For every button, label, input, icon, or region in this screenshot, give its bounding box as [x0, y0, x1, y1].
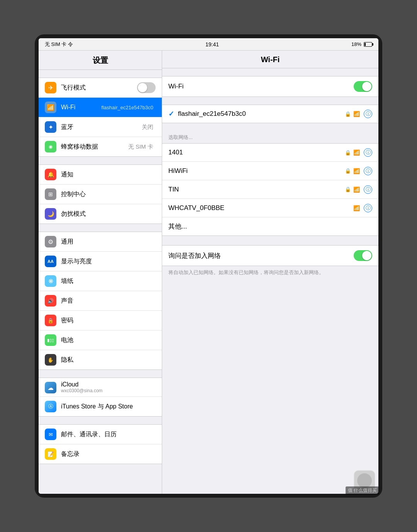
- sidebar-item-airplane[interactable]: ✈ 飞行模式: [39, 78, 162, 98]
- home-button-inner: [357, 473, 372, 488]
- wifi-signal-icon: 📶: [353, 111, 360, 117]
- network-name-other: 其他...: [168, 222, 372, 231]
- sidebar-item-passcode[interactable]: 🔒 密码: [39, 311, 162, 330]
- wifi-toggle-switch[interactable]: [354, 81, 372, 92]
- wifi-icon: 📶: [45, 102, 56, 113]
- sidebar-item-mail[interactable]: ✉ 邮件、通讯录、日历: [39, 424, 162, 444]
- control-center-icon: ⊞: [45, 188, 56, 200]
- ipad-screen: 无 SIM 卡 令 19:41 18% 设置 ✈ 飞行模式: [39, 38, 378, 494]
- sidebar-item-privacy[interactable]: ✋ 隐私: [39, 350, 162, 370]
- info-btn-1401[interactable]: ⓘ: [364, 148, 372, 157]
- ask-to-join-label: 询问是否加入网络: [168, 251, 354, 260]
- network-icons-hiwifi: 🔒 📶 ⓘ: [345, 167, 372, 175]
- other-networks-label: 选取网络...: [162, 131, 378, 143]
- bluetooth-label: 蓝牙: [61, 123, 142, 131]
- connected-network-row[interactable]: ✓ flashair_ec21e547b3c0 🔒 📶 ⓘ: [162, 105, 378, 123]
- network-name-1401: 1401: [168, 149, 345, 156]
- general-icon: ⚙: [45, 236, 56, 247]
- sidebar-item-sound[interactable]: 🔊 声音: [39, 291, 162, 311]
- main-content: Wi-Fi Wi-Fi ✓ flashair_ec21e547b3c0 🔒: [162, 51, 378, 494]
- airplane-label: 飞行模式: [61, 84, 137, 92]
- sound-label: 声音: [61, 297, 156, 305]
- notes-label: 备忘录: [61, 450, 156, 458]
- network-icons-tin: 🔒 📶 ⓘ: [345, 185, 372, 194]
- network-row-other[interactable]: 其他...: [162, 217, 378, 236]
- sidebar-item-notes[interactable]: 📝 备忘录: [39, 444, 162, 464]
- ask-to-join-row: 询问是否加入网络: [162, 245, 378, 266]
- sidebar-item-do-not-disturb[interactable]: 🌙 勿扰模式: [39, 204, 162, 224]
- appstore-icon: Ⓐ: [45, 401, 56, 412]
- info-btn-hiwifi[interactable]: ⓘ: [364, 167, 372, 175]
- sidebar-item-battery[interactable]: ▮▯▯ 电池: [39, 330, 162, 350]
- sidebar-item-wifi[interactable]: 📶 Wi-Fi flashair_ec21e547b3c0: [39, 98, 162, 117]
- ask-to-join-section: 询问是否加入网络 将自动加入已知网络。如果没有已知网络，将询问您是否加入新网络。: [162, 245, 378, 279]
- passcode-label: 密码: [61, 317, 156, 325]
- other-networks-section: 选取网络... 1401 🔒 📶 ⓘ HiWiFi 🔒 �: [162, 131, 378, 236]
- privacy-icon: ✋: [45, 354, 56, 366]
- network-row-whcatv[interactable]: WHCATV_0F0BBE 📶 ⓘ: [162, 199, 378, 217]
- sidebar-item-icloud[interactable]: ☁ iCloud wxc0300@sina.com: [39, 378, 162, 397]
- network-icons-whcatv: 📶 ⓘ: [353, 204, 372, 212]
- network-row-hiwifi[interactable]: HiWiFi 🔒 📶 ⓘ: [162, 162, 378, 180]
- cellular-label: 蜂窝移动数据: [61, 143, 128, 151]
- notes-icon: 📝: [45, 448, 56, 460]
- status-left: 无 SIM 卡 令: [45, 41, 73, 48]
- status-time: 19:41: [205, 41, 219, 47]
- settings-group-3: ⚙ 通用 AA 显示与亮度 ❋ 墙纸 🔊 声音: [39, 232, 162, 370]
- sidebar-item-cellular[interactable]: ◉ 蜂窝移动数据 无 SIM 卡: [39, 137, 162, 157]
- sidebar-title: 设置: [39, 51, 162, 70]
- airplane-icon: ✈: [45, 82, 56, 93]
- sidebar-item-control-center[interactable]: ⊞ 控制中心: [39, 185, 162, 204]
- wifi-toggle-label: Wi-Fi: [168, 83, 354, 90]
- passcode-icon: 🔒: [45, 315, 56, 326]
- info-btn-tin[interactable]: ⓘ: [364, 185, 372, 194]
- network-icons-1401: 🔒 📶 ⓘ: [345, 148, 372, 157]
- watermark: 值 什么值得买: [346, 486, 379, 495]
- battery-settings-icon: ▮▯▯: [45, 334, 56, 346]
- status-right: 18%: [351, 41, 372, 47]
- wifi-toggle-section: Wi-Fi: [162, 76, 378, 97]
- network-row-1401[interactable]: 1401 🔒 📶 ⓘ: [162, 143, 378, 162]
- control-center-label: 控制中心: [61, 190, 156, 198]
- main-title: Wi-Fi: [162, 51, 378, 68]
- connected-network-name: flashair_ec21e547b3c0: [178, 110, 345, 118]
- sidebar-item-itunes[interactable]: Ⓐ iTunes Store 与 App Store: [39, 397, 162, 417]
- cellular-value: 无 SIM 卡: [128, 143, 153, 151]
- sidebar-item-notifications[interactable]: 🔔 通知: [39, 164, 162, 185]
- icloud-icon: ☁: [45, 382, 56, 393]
- network-row-tin[interactable]: TIN 🔒 📶 ⓘ: [162, 180, 378, 199]
- lock-icon: 🔒: [345, 111, 351, 117]
- ask-to-join-toggle[interactable]: [354, 250, 372, 261]
- signal-icon-1401: 📶: [353, 149, 360, 156]
- battery-settings-label: 电池: [61, 336, 156, 344]
- settings-group-5: ✉ 邮件、通讯录、日历 📝 备忘录: [39, 424, 162, 464]
- lock-icon-hiwifi: 🔒: [345, 168, 351, 174]
- sidebar: 设置 ✈ 飞行模式 📶 Wi-Fi flashair_ec21e547b3c0: [39, 51, 162, 494]
- battery-fill: [364, 43, 366, 46]
- signal-icon-hiwifi: 📶: [353, 168, 360, 174]
- ask-to-join-description: 将自动加入已知网络。如果没有已知网络，将询问您是否加入新网络。: [162, 266, 378, 279]
- wallpaper-label: 墙纸: [61, 277, 156, 285]
- info-btn-whcatv[interactable]: ⓘ: [364, 204, 372, 212]
- content-area: 设置 ✈ 飞行模式 📶 Wi-Fi flashair_ec21e547b3c0: [39, 51, 378, 494]
- sound-icon: 🔊: [45, 295, 56, 307]
- notifications-label: 通知: [61, 171, 156, 179]
- checkmark-icon: ✓: [168, 110, 174, 118]
- sidebar-item-display[interactable]: AA 显示与亮度: [39, 252, 162, 271]
- connected-section: ✓ flashair_ec21e547b3c0 🔒 📶 ⓘ: [162, 105, 378, 123]
- sidebar-item-general[interactable]: ⚙ 通用: [39, 232, 162, 252]
- wifi-toggle-row: Wi-Fi: [162, 76, 378, 97]
- sidebar-item-wallpaper[interactable]: ❋ 墙纸: [39, 271, 162, 291]
- connected-network-icons: 🔒 📶 ⓘ: [345, 110, 372, 118]
- icloud-text-group: iCloud wxc0300@sina.com: [61, 381, 156, 393]
- info-button[interactable]: ⓘ: [364, 110, 372, 118]
- sidebar-item-bluetooth[interactable]: ✦ 蓝牙 关闭: [39, 117, 162, 137]
- airplane-toggle[interactable]: [137, 82, 156, 93]
- general-label: 通用: [61, 238, 156, 246]
- display-label: 显示与亮度: [61, 258, 156, 266]
- lock-icon-1401: 🔒: [345, 150, 351, 156]
- network-name-tin: TIN: [168, 186, 345, 193]
- status-bar: 无 SIM 卡 令 19:41 18%: [39, 38, 378, 51]
- bluetooth-icon: ✦: [45, 121, 56, 133]
- battery-percent: 18%: [351, 41, 361, 47]
